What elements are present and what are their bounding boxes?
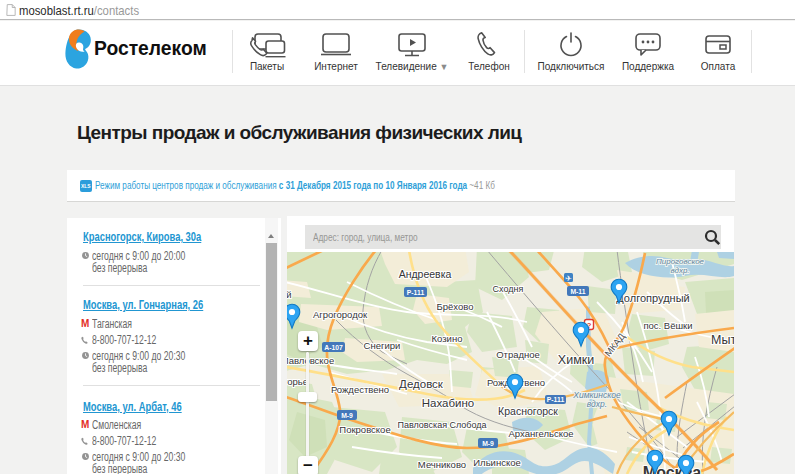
svg-text:Козино: Козино (432, 333, 463, 344)
svg-text:Павловская Слобода: Павловская Слобода (397, 420, 486, 430)
svg-text:Дедовск: Дедовск (399, 378, 444, 390)
svg-text:Андреевка: Андреевка (399, 268, 452, 280)
svg-text:пос. Вёшки: пос. Вёшки (643, 320, 692, 331)
svg-text:М-9: М-9 (482, 440, 494, 447)
svg-text:Покровское: Покровское (339, 424, 390, 435)
svg-text:Ильинское: Ильинское (473, 457, 520, 468)
svg-text:Долгопрудный: Долгопрудный (616, 292, 689, 304)
svg-text:Нахабино: Нахабино (422, 397, 474, 409)
svg-text:Рождествено: Рождествено (331, 384, 389, 395)
svg-text:вдхр.: вдхр. (587, 399, 607, 409)
svg-text:Красногорск: Красногорск (498, 405, 558, 417)
svg-text:Мытищи: Мытищи (711, 333, 734, 347)
svg-text:вдхр.: вдхр. (670, 266, 689, 275)
svg-text:й: й (287, 289, 292, 300)
svg-text:Мечниково: Мечниково (418, 459, 466, 470)
svg-text:Химки: Химки (558, 353, 594, 367)
svg-text:горье: горье (287, 376, 308, 387)
svg-text:✈: ✈ (565, 274, 572, 283)
svg-text:Р-111: Р-111 (547, 396, 565, 403)
svg-text:М-9: М-9 (341, 412, 353, 419)
svg-text:А-107: А-107 (324, 344, 343, 351)
svg-text:Павловское: Павловское (287, 355, 334, 366)
svg-text:Снегири: Снегири (364, 340, 401, 351)
svg-text:Р-111: Р-111 (407, 289, 425, 296)
svg-text:Брёхово: Брёхово (437, 301, 474, 312)
svg-text:Архангельское: Архангельское (509, 428, 574, 439)
svg-text:М-11: М-11 (570, 288, 585, 295)
svg-text:Агрогородок: Агрогородок (313, 309, 368, 320)
svg-text:Отрадное: Отрадное (496, 349, 540, 360)
svg-text:Сходня: Сходня (493, 284, 524, 294)
svg-text:Пироговское: Пироговское (656, 257, 705, 266)
